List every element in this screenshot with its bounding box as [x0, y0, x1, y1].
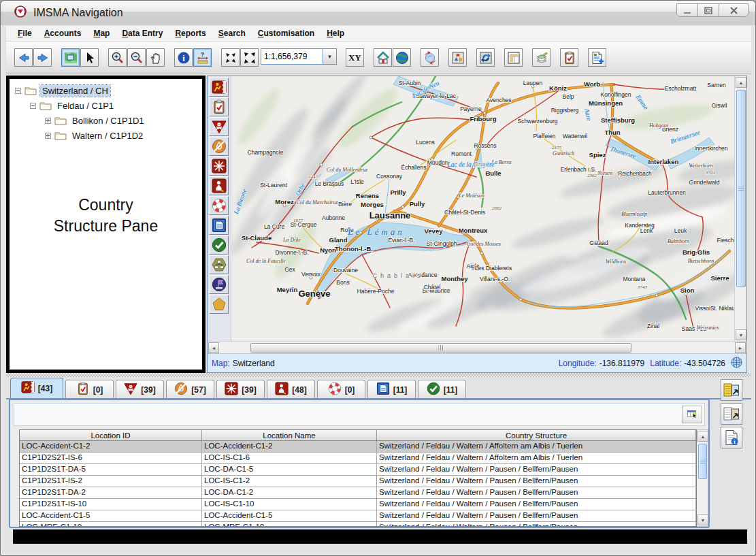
map-canvas[interactable]: LausanneGenèveFribourgThunKönizWorbMünsi…	[231, 76, 734, 341]
zoom-in-icon[interactable]	[108, 48, 127, 67]
back-arrow-icon[interactable]	[14, 48, 33, 67]
tab-qa[interactable]: [0]	[65, 380, 114, 399]
table-row[interactable]: C1P1D2S1T-IS-10LOC-IS-C1-10Switzerland /…	[20, 499, 696, 510]
table-row[interactable]: C1P1D2S1T-DA-5LOC-DA-C1-5Switzerland / F…	[20, 464, 696, 476]
map-layer-mre-icon[interactable]	[209, 196, 229, 215]
tab-victims[interactable]: [48]	[267, 380, 315, 399]
xy-coordinates-button[interactable]: XY	[346, 48, 364, 67]
pane-annotation: Country Structure Pane	[10, 195, 202, 237]
map-layer-location-icon[interactable]	[209, 255, 229, 274]
column-chooser-icon[interactable]	[682, 406, 702, 423]
map-layers-icon[interactable]	[532, 48, 550, 67]
scroll-down-icon[interactable]: ▼	[736, 329, 746, 340]
show-selection-on-map-button[interactable]	[721, 403, 742, 425]
map-layer-completion-icon[interactable]	[209, 235, 229, 255]
scale-dropdown-icon[interactable]: ▼	[323, 48, 337, 65]
zoom-full-extent-icon[interactable]	[240, 48, 259, 67]
menu-file[interactable]: File	[12, 27, 38, 39]
expand-expander-icon[interactable]	[45, 133, 51, 139]
minimize-button[interactable]	[677, 4, 698, 17]
menu-map[interactable]: Map	[87, 27, 116, 39]
reload-world-icon[interactable]	[421, 48, 439, 67]
tree-item-feldau[interactable]: Feldau / C1P1	[11, 98, 201, 113]
tab-explosive-ordnance[interactable]: [39]	[216, 380, 265, 399]
table-row[interactable]: LOC-MRE-C1-10LOC-MRE-C1-10Switzerland / …	[20, 522, 696, 527]
pan-hand-icon[interactable]	[146, 48, 165, 67]
scrollbar-thumb[interactable]	[736, 90, 746, 287]
map-layer-progress-report-icon[interactable]	[209, 216, 229, 235]
map-layer-polygon-icon[interactable]	[209, 295, 229, 314]
collapse-expander-icon[interactable]	[15, 88, 21, 94]
menu-reports[interactable]: Reports	[169, 27, 212, 39]
world-icon[interactable]	[393, 48, 411, 67]
map-layer-hazard-icon[interactable]	[209, 117, 229, 136]
tree-label[interactable]: Switzerland / CH	[40, 85, 110, 97]
scroll-down-icon[interactable]: ▼	[697, 514, 708, 525]
scroll-left-icon[interactable]: ◄	[208, 342, 219, 353]
tab-accidents[interactable]: [43]	[10, 378, 63, 399]
scroll-up-icon[interactable]: ▲	[697, 431, 708, 442]
map-layer-accident-icon[interactable]	[209, 78, 229, 97]
tab-progress-reports[interactable]: [11]	[367, 380, 416, 399]
table-row[interactable]: C1P1D2S1T-IS-2LOC-IS-C1-2Switzerland / F…	[20, 476, 696, 487]
refresh-map-icon[interactable]	[476, 48, 495, 67]
tree-label[interactable]: Feldau / C1P1	[55, 100, 116, 112]
tree-label[interactable]: Bollikon / C1P1D1	[70, 115, 146, 127]
scrollbar-thumb[interactable]	[250, 343, 631, 353]
menu-search[interactable]: Search	[212, 27, 252, 39]
tab-hazard-reductions[interactable]: [57]	[166, 380, 214, 399]
map-layer-explosive-ordnance-icon[interactable]	[209, 157, 229, 176]
table-row[interactable]: LOC-Accident-C1-5LOC-Accident-C1-5Switze…	[20, 510, 696, 522]
map-layer-qa-icon[interactable]	[209, 97, 229, 116]
checklist-icon[interactable]	[560, 48, 578, 67]
menu-data-entry[interactable]: Data Entry	[116, 27, 169, 39]
tree-item-switzerland[interactable]: Switzerland / CH	[11, 83, 201, 98]
close-button[interactable]	[719, 4, 748, 17]
map-layer-victim-icon[interactable]	[209, 176, 229, 195]
forward-arrow-icon[interactable]	[33, 48, 52, 67]
view-information-button[interactable]: i	[721, 427, 742, 448]
tree-item-bollikon[interactable]: Bollikon / C1P1D1	[11, 113, 201, 128]
new-report-icon[interactable]	[588, 48, 606, 67]
table-row[interactable]: LOC-Accident-C1-2LOC-Accident-C1-2Switze…	[20, 441, 696, 453]
menu-customisation[interactable]: Customisation	[252, 27, 321, 39]
main-toolbar: i ? ▼ XY	[6, 42, 751, 74]
show-list-on-map-button[interactable]	[721, 379, 742, 401]
switzerland-map[interactable]: LausanneGenèveFribourgThunKönizWorbMünsi…	[231, 76, 734, 341]
table-vertical-scrollbar[interactable]: ▲ ▼	[697, 429, 708, 527]
tab-completions[interactable]: [11]	[418, 380, 466, 399]
map-vertical-scrollbar[interactable]: ▲ ▼	[734, 76, 746, 341]
select-cursor-icon[interactable]	[80, 48, 99, 67]
collapse-expander-icon[interactable]	[30, 103, 36, 109]
table-row[interactable]: C1P1D2S2T-IS-6LOC-IS-C1-6Switzerland / F…	[20, 453, 696, 464]
column-header[interactable]: Location Name	[202, 430, 377, 440]
zoom-to-region-icon[interactable]	[61, 48, 80, 67]
zoom-box-in-icon[interactable]	[221, 48, 240, 67]
map-horizontal-scrollbar[interactable]: ◄ ►	[208, 341, 746, 353]
maximize-button[interactable]	[698, 4, 719, 17]
scroll-right-icon[interactable]: ►	[735, 342, 746, 353]
tree-item-waltern[interactable]: Waltern / C1P1D2	[11, 128, 201, 143]
home-extent-icon[interactable]	[374, 48, 392, 67]
map-layer-hazard-reduction-icon[interactable]	[209, 137, 229, 156]
projection-globe-icon[interactable]	[731, 357, 742, 370]
column-header[interactable]: Location ID	[20, 430, 202, 440]
map-layer-landmark-icon[interactable]	[209, 275, 229, 294]
zoom-out-icon[interactable]	[127, 48, 146, 67]
scrollbar-thumb[interactable]	[698, 444, 707, 479]
expand-expander-icon[interactable]	[45, 118, 51, 124]
tree-label[interactable]: Waltern / C1P1D2	[70, 130, 145, 142]
table-row[interactable]: C1P1D2S1T-DA-2LOC-DA-C1-2Switzerland / F…	[20, 487, 696, 499]
tab-count: [11]	[393, 385, 408, 395]
menu-help[interactable]: Help	[321, 27, 350, 39]
column-header[interactable]: Country Structure	[377, 430, 696, 440]
scroll-up-icon[interactable]: ▲	[736, 77, 746, 88]
overview-map-icon[interactable]	[448, 48, 467, 67]
menu-accounts[interactable]: Accounts	[38, 27, 88, 39]
map-scale-input[interactable]	[261, 48, 323, 65]
info-icon[interactable]: i	[174, 48, 193, 67]
measure-icon[interactable]: ?	[193, 48, 212, 67]
tab-hazards[interactable]: [39]	[116, 380, 164, 399]
panel-layout-icon[interactable]	[504, 48, 523, 67]
tab-mre[interactable]: [0]	[317, 380, 365, 399]
